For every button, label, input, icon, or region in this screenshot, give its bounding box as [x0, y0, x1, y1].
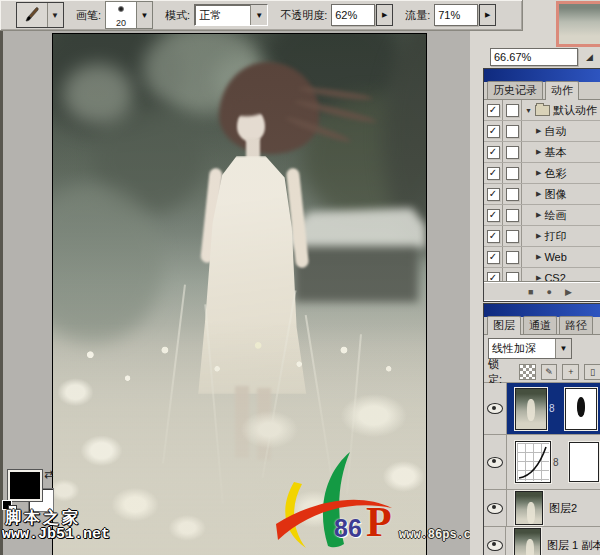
blend-mode-select[interactable]: 正常 ▼	[194, 4, 268, 26]
swap-colors-icon[interactable]: ⇄	[44, 468, 53, 481]
action-set-row[interactable]: ✓ ▼ 默认动作	[484, 100, 600, 121]
layer-row[interactable]: 图层 1 副本	[484, 527, 600, 555]
action-set-label: 自动	[544, 124, 566, 139]
action-checkbox[interactable]: ✓	[487, 104, 500, 117]
action-set-row[interactable]: ✓ ▶ 打印	[484, 226, 600, 247]
expand-closed-icon[interactable]: ▶	[536, 274, 541, 282]
dialog-toggle-checkbox[interactable]	[506, 167, 519, 180]
86ps-logo: 86 P	[266, 448, 406, 554]
dialog-toggle-checkbox[interactable]	[506, 230, 519, 243]
layer-mask-thumbnail[interactable]	[565, 388, 597, 430]
layer-row[interactable]: 图层2	[484, 490, 600, 527]
mask-link-icon[interactable]: 8	[549, 403, 555, 414]
layer-row-curves[interactable]: 8	[484, 435, 600, 490]
action-checkbox[interactable]: ✓	[487, 125, 500, 138]
layer-blend-mode-select[interactable]: 线性加深 ▼	[488, 338, 572, 359]
tab-actions[interactable]: 动作	[545, 81, 579, 100]
navigator-thumbnail[interactable]	[556, 1, 600, 47]
action-set-row[interactable]: ✓ ▶ CS2	[484, 268, 600, 283]
zoom-level-value: 66.67%	[494, 51, 531, 63]
flow-slider-arrow-icon[interactable]: ▶	[479, 4, 496, 26]
expand-closed-icon[interactable]: ▶	[536, 148, 541, 156]
action-set-row[interactable]: ✓ ▶ 色彩	[484, 163, 600, 184]
photoshop-window: 86 P ⇄ 脚本之家 www.Jb51.net www.86ps.com	[0, 0, 600, 555]
lock-transparency-icon[interactable]	[519, 364, 536, 380]
zoom-out-icon[interactable]: ◢	[586, 52, 593, 62]
actions-panel-tabs: 历史记录 动作	[484, 82, 600, 100]
action-checkbox[interactable]: ✓	[487, 167, 500, 180]
visibility-cell[interactable]	[484, 490, 507, 526]
layer-row-selected[interactable]: 8	[484, 383, 600, 435]
brush-tool-icon	[17, 3, 48, 27]
stop-icon[interactable]: ■	[528, 287, 533, 297]
expand-closed-icon[interactable]: ▶	[536, 253, 541, 261]
action-set-label: 打印	[544, 229, 566, 244]
dialog-toggle-checkbox[interactable]	[506, 209, 519, 222]
dialog-toggle-checkbox[interactable]	[506, 251, 519, 264]
dialog-toggle-checkbox[interactable]	[506, 188, 519, 201]
tab-history[interactable]: 历史记录	[487, 81, 543, 99]
tool-preset-arrow-icon[interactable]: ▼	[48, 3, 62, 27]
dialog-toggle-checkbox[interactable]	[506, 146, 519, 159]
action-checkbox[interactable]: ✓	[487, 146, 500, 159]
action-set-row[interactable]: ✓ ▶ 图像	[484, 184, 600, 205]
expand-closed-icon[interactable]: ▶	[536, 232, 541, 240]
blend-mode-value: 线性加深	[489, 341, 555, 356]
foreground-color-swatch[interactable]	[8, 470, 42, 501]
expand-closed-icon[interactable]: ▶	[536, 169, 541, 177]
action-set-row[interactable]: ✓ ▶ 基本	[484, 142, 600, 163]
tab-channels[interactable]: 通道	[523, 316, 557, 334]
dialog-toggle-checkbox[interactable]	[506, 104, 519, 117]
visibility-cell[interactable]	[484, 383, 507, 434]
eye-icon	[487, 540, 503, 551]
eye-icon	[487, 403, 503, 414]
action-set-label: 绘画	[544, 208, 566, 223]
brush-label: 画笔:	[76, 8, 101, 23]
layer-thumbnail[interactable]	[515, 388, 547, 430]
lock-position-icon[interactable]: +	[562, 364, 579, 380]
action-checkbox[interactable]: ✓	[487, 230, 500, 243]
visibility-cell[interactable]	[484, 435, 507, 489]
action-set-row[interactable]: ✓ ▶ Web	[484, 247, 600, 268]
action-set-row[interactable]: ✓ ▶ 自动	[484, 121, 600, 142]
action-checkbox[interactable]: ✓	[487, 188, 500, 201]
watermark-logo-url: www.86ps.com	[399, 528, 470, 542]
layer-thumbnail[interactable]	[514, 528, 541, 555]
dialog-toggle-checkbox[interactable]	[506, 125, 519, 138]
record-icon[interactable]: ●	[546, 287, 551, 297]
opacity-label: 不透明度:	[280, 8, 327, 23]
expand-closed-icon[interactable]: ▶	[536, 127, 541, 135]
tab-paths[interactable]: 路径	[559, 316, 593, 334]
brush-tip-icon	[118, 6, 124, 12]
blend-mode-value: 正常	[195, 8, 250, 23]
visibility-cell[interactable]	[484, 527, 506, 555]
layer-thumbnail[interactable]	[515, 491, 543, 525]
lock-all-icon[interactable]: ▯	[584, 364, 600, 380]
brush-picker-arrow-icon[interactable]: ▼	[136, 1, 153, 29]
brush-preset-preview[interactable]: 20	[105, 1, 136, 29]
layer-name: 图层2	[549, 501, 577, 516]
logo-letter: P	[366, 498, 392, 546]
expand-closed-icon[interactable]: ▶	[536, 211, 541, 219]
flow-input[interactable]: 71%	[434, 4, 478, 26]
folder-icon	[535, 105, 550, 116]
dropdown-arrow-icon[interactable]: ▼	[250, 5, 267, 25]
opacity-input[interactable]: 62%	[331, 4, 375, 26]
zoom-level-input[interactable]: 66.67%	[490, 48, 578, 66]
expand-closed-icon[interactable]: ▶	[536, 190, 541, 198]
dropdown-arrow-icon[interactable]: ▼	[555, 339, 571, 358]
brush-tool-button[interactable]: ▼	[16, 2, 64, 28]
expand-open-icon[interactable]: ▼	[525, 107, 532, 114]
curves-adjustment-thumbnail[interactable]	[515, 441, 551, 483]
layer-mask-thumbnail[interactable]	[569, 442, 599, 482]
opacity-slider-arrow-icon[interactable]: ▶	[376, 4, 393, 26]
mask-link-icon[interactable]: 8	[553, 457, 559, 468]
play-icon[interactable]: ▶	[565, 287, 572, 297]
tab-layers[interactable]: 图层	[487, 316, 521, 335]
action-checkbox[interactable]: ✓	[487, 251, 500, 264]
action-set-row[interactable]: ✓ ▶ 绘画	[484, 205, 600, 226]
photo-document[interactable]: 86 P	[52, 33, 427, 555]
action-set-label: 基本	[544, 145, 566, 160]
action-checkbox[interactable]: ✓	[487, 209, 500, 222]
lock-paint-icon[interactable]: ✎	[541, 364, 558, 380]
